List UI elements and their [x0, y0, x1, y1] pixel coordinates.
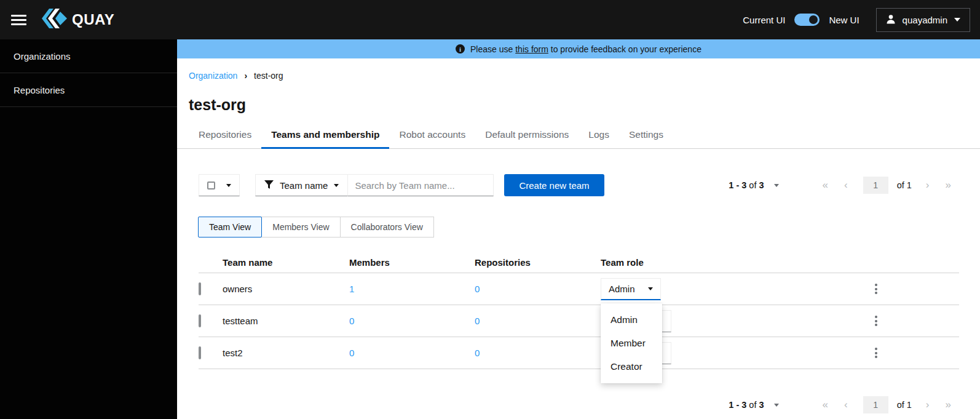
- repositories-count-link[interactable]: 0: [475, 284, 601, 294]
- col-repositories: Repositories: [475, 257, 601, 268]
- prev-page-button[interactable]: ‹: [836, 179, 856, 191]
- current-page-input[interactable]: 1: [863, 177, 888, 194]
- last-page-button[interactable]: »: [938, 179, 959, 191]
- row-kebab-menu-icon[interactable]: [869, 280, 883, 298]
- info-icon: i: [456, 44, 465, 54]
- chevron-down-icon: [954, 18, 960, 22]
- chevron-down-icon: [334, 184, 339, 187]
- pagination-range: 1 - 3: [729, 180, 746, 190]
- members-count-link[interactable]: 0: [349, 348, 475, 358]
- last-page-button[interactable]: »: [938, 399, 959, 411]
- tab-repositories[interactable]: Repositories: [189, 122, 261, 148]
- feedback-banner: i Please use this form to provide feedba…: [177, 39, 980, 58]
- select-all-checkbox[interactable]: [207, 182, 215, 190]
- repositories-count-link[interactable]: 0: [475, 316, 601, 326]
- pagination-range: 1 - 3: [729, 400, 746, 410]
- tab-teams-and-membership[interactable]: Teams and membership: [261, 122, 389, 148]
- role-option-creator[interactable]: Creator: [601, 355, 662, 378]
- username: quayadmin: [903, 15, 947, 25]
- next-page-button[interactable]: ›: [918, 179, 938, 191]
- total-pages-label: of 1: [897, 400, 912, 410]
- role-option-member[interactable]: Member: [601, 332, 662, 355]
- filter-icon: [264, 180, 274, 191]
- row-checkbox[interactable]: [199, 282, 201, 295]
- pagination-range-dropdown[interactable]: 1 - 3 of 3: [729, 180, 778, 190]
- team-name-cell: test2: [223, 348, 349, 358]
- members-view-button[interactable]: Members View: [261, 217, 340, 237]
- prev-page-button[interactable]: ‹: [836, 399, 856, 411]
- banner-text-prefix: Please use: [470, 44, 513, 54]
- table-row: owners 1 0 Admin Admin Member Creator: [199, 273, 959, 305]
- search-input[interactable]: [348, 174, 494, 196]
- team-role-value: Admin: [609, 284, 635, 294]
- team-role-menu: Admin Member Creator: [601, 303, 662, 383]
- col-team-name: Team name: [223, 257, 349, 268]
- create-new-team-button[interactable]: Create new team: [504, 174, 604, 196]
- tab-settings[interactable]: Settings: [619, 122, 673, 148]
- tab-default-permissions[interactable]: Default permissions: [475, 122, 579, 148]
- main-content: i Please use this form to provide feedba…: [177, 39, 980, 419]
- sidebar: Organizations Repositories: [0, 39, 177, 419]
- role-option-admin[interactable]: Admin: [601, 308, 662, 332]
- tab-logs[interactable]: Logs: [579, 122, 619, 148]
- repositories-count-link[interactable]: 0: [475, 348, 601, 358]
- page-title: test-org: [189, 96, 980, 114]
- logo-text: QUAY: [72, 11, 114, 28]
- hamburger-menu-icon[interactable]: [11, 9, 32, 30]
- members-count-link[interactable]: 0: [349, 316, 475, 326]
- sidebar-item-organizations[interactable]: Organizations: [0, 39, 177, 73]
- chevron-down-icon: [226, 184, 231, 187]
- toggle-knob: [809, 15, 818, 24]
- masthead: QUAY Current UI New UI quayadmin: [0, 0, 980, 39]
- breadcrumb-organization-link[interactable]: Organization: [189, 71, 237, 81]
- tab-robot-accounts[interactable]: Robot accounts: [389, 122, 475, 148]
- pagination-total: 3: [759, 400, 764, 410]
- pagination-top: 1 - 3 of 3 « ‹ 1 of 1 › »: [729, 177, 959, 194]
- row-checkbox[interactable]: [199, 314, 201, 327]
- filter-label: Team name: [280, 180, 328, 191]
- user-icon: [886, 14, 896, 26]
- chevron-down-icon: [648, 287, 653, 290]
- filter-column-dropdown[interactable]: Team name: [255, 174, 348, 196]
- team-name-cell: testteam: [223, 316, 349, 326]
- new-ui-label: New UI: [829, 15, 859, 25]
- sidebar-item-repositories[interactable]: Repositories: [0, 73, 177, 107]
- pagination-total: 3: [759, 180, 764, 190]
- first-page-button[interactable]: «: [815, 399, 836, 411]
- pagination-bottom: 1 - 3 of 3 « ‹ 1 of 1 › »: [729, 396, 959, 413]
- breadcrumb: Organization › test-org: [189, 71, 980, 81]
- user-menu-dropdown[interactable]: quayadmin: [876, 8, 970, 32]
- sidebar-item-label: Organizations: [14, 51, 71, 62]
- row-checkbox[interactable]: [199, 346, 201, 359]
- row-kebab-menu-icon[interactable]: [869, 312, 883, 330]
- feedback-form-link[interactable]: this form: [515, 44, 548, 54]
- chevron-down-icon: [774, 184, 779, 187]
- teams-table: Team name Members Repositories Team role…: [199, 252, 959, 369]
- row-kebab-menu-icon[interactable]: [869, 344, 883, 362]
- members-count-link[interactable]: 1: [349, 284, 475, 294]
- team-view-button[interactable]: Team View: [198, 217, 262, 237]
- collaborators-view-button[interactable]: Collaborators View: [340, 217, 434, 237]
- table-row: testteam 0 0: [199, 305, 959, 337]
- total-pages-label: of 1: [897, 180, 912, 190]
- quay-logo-icon: [42, 9, 68, 31]
- first-page-button[interactable]: «: [815, 179, 836, 191]
- teams-toolbar: Team name Create new team 1 - 3 of 3 «: [199, 174, 959, 196]
- team-name-cell: owners: [223, 284, 349, 294]
- chevron-down-icon: [774, 404, 779, 407]
- col-team-role: Team role: [601, 257, 859, 268]
- col-members: Members: [349, 257, 475, 268]
- table-header-row: Team name Members Repositories Team role: [199, 252, 959, 273]
- next-page-button[interactable]: ›: [918, 399, 938, 411]
- table-row: test2 0 0: [199, 337, 959, 369]
- ui-toggle-switch[interactable]: [794, 14, 820, 26]
- team-role-select[interactable]: Admin: [601, 278, 661, 300]
- current-page-input[interactable]: 1: [863, 396, 888, 413]
- view-toggle-group: Team View Members View Collaborators Vie…: [199, 217, 959, 237]
- breadcrumb-chevron-icon: ›: [244, 70, 247, 81]
- sidebar-item-label: Repositories: [14, 85, 65, 95]
- bulk-select-dropdown[interactable]: [199, 174, 240, 196]
- pagination-range-dropdown[interactable]: 1 - 3 of 3: [729, 400, 778, 410]
- quay-logo[interactable]: QUAY: [42, 9, 114, 31]
- current-ui-label: Current UI: [743, 15, 785, 25]
